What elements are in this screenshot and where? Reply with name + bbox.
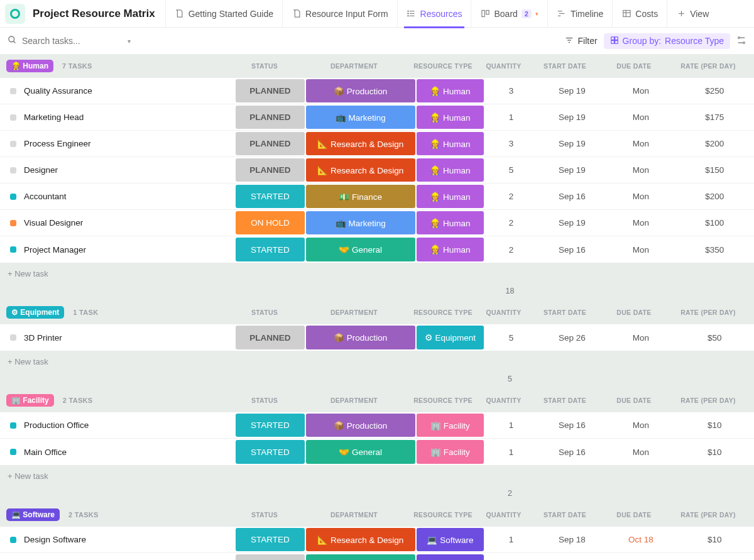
- rate-cell[interactable]: $5.75: [675, 553, 754, 560]
- start-date-cell[interactable]: Sep 16: [538, 439, 606, 465]
- quantity-cell[interactable]: 5: [484, 324, 538, 351]
- status-cell[interactable]: STARTED: [236, 238, 304, 261]
- department-cell[interactable]: 📐 Research & Design: [306, 158, 415, 182]
- resource-type-cell[interactable]: 🏢 Facility: [417, 440, 484, 464]
- rate-cell[interactable]: $350: [675, 236, 754, 263]
- start-date-cell[interactable]: Sep 16: [538, 236, 606, 263]
- resource-type-cell[interactable]: 👷 Human: [417, 238, 484, 261]
- filter-button[interactable]: Filter: [559, 33, 603, 49]
- due-date-cell[interactable]: Mon: [606, 412, 675, 438]
- status-cell[interactable]: PLANNED: [236, 106, 304, 129]
- resource-type-cell[interactable]: 👷 Human: [417, 79, 484, 102]
- group-pill[interactable]: 👷 Human: [6, 60, 53, 72]
- rate-cell[interactable]: $250: [675, 78, 754, 104]
- group-pill[interactable]: 🏢 Facility: [6, 394, 54, 407]
- status-cell[interactable]: STARTED: [236, 440, 304, 464]
- task-name[interactable]: Visual Designer: [0, 210, 235, 236]
- quantity-cell[interactable]: 5: [484, 157, 538, 183]
- resource-type-cell[interactable]: 👷 Human: [417, 158, 484, 182]
- status-cell[interactable]: PLANNED: [236, 132, 304, 155]
- status-cell[interactable]: PLANNED: [236, 79, 304, 102]
- task-row[interactable]: Marketing HeadPLANNED📺 Marketing👷 Human1…: [0, 104, 754, 131]
- new-task-button[interactable]: + New task: [0, 351, 754, 372]
- tab-view[interactable]: View: [667, 0, 718, 28]
- department-cell[interactable]: 📺 Marketing: [306, 211, 415, 234]
- task-name[interactable]: Design Software: [0, 527, 235, 552]
- quantity-cell[interactable]: 1: [484, 104, 538, 130]
- status-cell[interactable]: STARTED: [236, 185, 304, 208]
- task-name[interactable]: Process Engineer: [0, 131, 235, 156]
- rate-cell[interactable]: $10: [675, 412, 754, 438]
- department-cell[interactable]: 📦 Production: [306, 326, 415, 349]
- department-cell[interactable]: 📐 Research & Design: [306, 528, 415, 551]
- group-pill[interactable]: ⚙ Equipment: [6, 306, 64, 319]
- task-row[interactable]: Production OfficeSTARTED📦 Production🏢 Fa…: [0, 412, 754, 439]
- task-name[interactable]: Designer: [0, 157, 235, 183]
- status-cell[interactable]: PLANNED: [236, 554, 304, 560]
- due-date-cell[interactable]: Mon: [606, 236, 675, 263]
- start-date-cell[interactable]: Sep 19: [538, 131, 606, 156]
- new-task-button[interactable]: + New task: [0, 263, 754, 284]
- rate-cell[interactable]: $200: [675, 131, 754, 156]
- start-date-cell[interactable]: Sep 19: [538, 104, 606, 130]
- department-cell[interactable]: 📺 Marketing: [306, 106, 415, 129]
- department-cell[interactable]: 🤝 General: [306, 238, 415, 261]
- project-title[interactable]: Project Resource Matrix: [33, 8, 155, 20]
- start-date-cell[interactable]: Sep 16: [538, 412, 606, 438]
- task-name[interactable]: Production Office: [0, 412, 235, 438]
- new-task-button[interactable]: + New task: [0, 465, 754, 486]
- task-row[interactable]: Meeting PlatformPLANNED🤝 General💻 Softwa…: [0, 553, 754, 560]
- start-date-cell[interactable]: Sep 26: [538, 324, 606, 351]
- department-cell[interactable]: 📐 Research & Design: [306, 132, 415, 155]
- tab-costs[interactable]: Costs: [612, 0, 667, 28]
- quantity-cell[interactable]: 2: [484, 236, 538, 263]
- status-cell[interactable]: STARTED: [236, 414, 304, 437]
- department-cell[interactable]: 🤝 General: [306, 554, 415, 560]
- resource-type-cell[interactable]: ⚙ Equipment: [417, 326, 484, 349]
- task-row[interactable]: Design SoftwareSTARTED📐 Research & Desig…: [0, 527, 754, 553]
- task-row[interactable]: Visual DesignerON HOLD📺 Marketing👷 Human…: [0, 210, 754, 236]
- task-row[interactable]: AccountantSTARTED💵 Finance👷 Human2Sep 16…: [0, 184, 754, 210]
- tab-resources[interactable]: Resources: [397, 0, 471, 28]
- rate-cell[interactable]: $200: [675, 184, 754, 209]
- chevron-down-icon[interactable]: ▾: [535, 11, 538, 17]
- task-row[interactable]: Process EngineerPLANNED📐 Research & Desi…: [0, 131, 754, 157]
- quantity-cell[interactable]: 2: [484, 184, 538, 209]
- due-date-cell[interactable]: Mon: [606, 131, 675, 156]
- quantity-cell[interactable]: 1: [484, 439, 538, 465]
- department-cell[interactable]: 📦 Production: [306, 79, 415, 102]
- resource-type-cell[interactable]: 🏢 Facility: [417, 414, 484, 437]
- status-cell[interactable]: PLANNED: [236, 326, 304, 349]
- task-row[interactable]: 3D PrinterPLANNED📦 Production⚙ Equipment…: [0, 324, 754, 351]
- task-name[interactable]: 3D Printer: [0, 324, 235, 351]
- chevron-down-icon[interactable]: ▾: [128, 38, 131, 45]
- groupby-button[interactable]: Group by: Resource Type: [604, 33, 730, 49]
- resource-type-cell[interactable]: 👷 Human: [417, 132, 484, 155]
- quantity-cell[interactable]: 3: [484, 131, 538, 156]
- quantity-cell[interactable]: 1: [484, 412, 538, 438]
- due-date-cell[interactable]: Mon: [606, 157, 675, 183]
- task-name[interactable]: Main Office: [0, 439, 235, 465]
- resource-type-cell[interactable]: 💻 Software: [417, 554, 484, 560]
- start-date-cell[interactable]: Sep 19: [538, 210, 606, 236]
- rate-cell[interactable]: $10: [675, 439, 754, 465]
- task-name[interactable]: Quality Assurance: [0, 78, 235, 104]
- rate-cell[interactable]: $100: [675, 210, 754, 236]
- task-name[interactable]: Meeting Platform: [0, 553, 235, 560]
- task-name[interactable]: Accountant: [0, 184, 235, 209]
- start-date-cell[interactable]: Sep 19: [538, 157, 606, 183]
- rate-cell[interactable]: $50: [675, 324, 754, 351]
- due-date-cell[interactable]: Mon: [606, 184, 675, 209]
- start-date-cell[interactable]: Sep 16: [538, 553, 606, 560]
- rate-cell[interactable]: $175: [675, 104, 754, 130]
- task-row[interactable]: Quality AssurancePLANNED📦 Production👷 Hu…: [0, 78, 754, 104]
- resource-type-cell[interactable]: 👷 Human: [417, 106, 484, 129]
- department-cell[interactable]: 🤝 General: [306, 440, 415, 464]
- department-cell[interactable]: 💵 Finance: [306, 185, 415, 208]
- task-row[interactable]: DesignerPLANNED📐 Research & Design👷 Huma…: [0, 157, 754, 184]
- settings-icon[interactable]: [736, 35, 746, 47]
- start-date-cell[interactable]: Sep 18: [538, 527, 606, 552]
- due-date-cell[interactable]: Oct 18: [606, 527, 675, 552]
- status-cell[interactable]: ON HOLD: [236, 211, 304, 234]
- due-date-cell[interactable]: Mon: [606, 210, 675, 236]
